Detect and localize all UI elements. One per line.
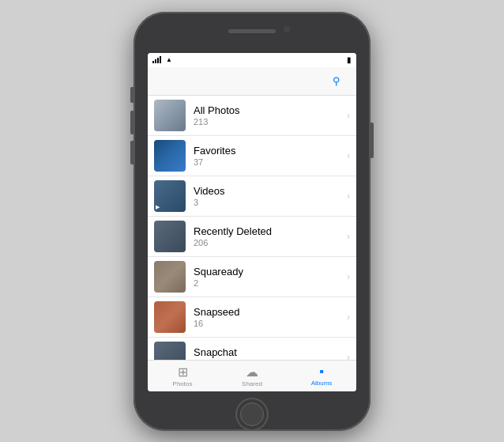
wifi-icon: ▲ [166,56,172,63]
signal-bar-3 [157,58,159,63]
volume-up-button [130,111,134,134]
album-chevron-snapchat: › [347,352,350,360]
album-thumb-favorites [154,140,186,172]
silent-switch [130,87,134,103]
album-thumb-recently-deleted [154,221,186,252]
album-list: All Photos213›Favorites37›▶Videos3›Recen… [148,96,356,360]
signal-bar-4 [160,56,161,63]
album-chevron-snapseed: › [347,312,350,323]
album-info-snapseed: Snapseed16 [194,306,347,328]
tab-albums[interactable]: ▪Albums [287,365,356,387]
album-info-recently-deleted: Recently Deleted206 [194,225,347,247]
album-chevron-favorites: › [347,150,350,161]
video-badge: ▶ [156,204,160,210]
album-name-videos: Videos [194,185,347,197]
status-right: ▮ [345,55,352,64]
album-item-recently-deleted[interactable]: Recently Deleted206› [148,217,356,257]
album-info-favorites: Favorites37 [194,145,347,167]
tab-label-shared: Shared [242,380,262,387]
phone-screen: ▲ ▮ ⚲ All Photos213›Favorites37›▶Videos3… [148,53,356,391]
album-info-all-photos: All Photos213 [194,104,347,127]
tab-icon-albums: ▪ [319,365,324,379]
camera [284,26,290,32]
album-info-squaready: Squaready2 [194,266,347,288]
phone-frame: ▲ ▮ ⚲ All Photos213›Favorites37›▶Videos3… [134,12,370,431]
album-name-snapchat: Snapchat [194,346,347,358]
album-name-squaready: Squaready [194,266,347,278]
tab-photos[interactable]: ⊞Photos [148,365,217,387]
album-thumb-snapseed [154,301,186,333]
tab-icon-shared: ☁ [246,365,258,380]
signal-bar-1 [152,61,154,63]
album-count-videos: 3 [194,198,347,207]
album-count-all-photos: 213 [194,117,347,127]
tab-bar: ⊞Photos☁Shared▪Albums [148,360,356,391]
home-button[interactable] [235,398,269,431]
album-info-videos: Videos3 [194,185,347,207]
album-count-snapseed: 16 [194,319,347,328]
album-thumb-squaready [154,261,186,293]
tab-icon-photos: ⊞ [178,365,188,380]
battery-icon: ▮ [347,55,352,64]
album-item-snapseed[interactable]: Snapseed16› [148,297,356,338]
album-chevron-recently-deleted: › [347,231,350,242]
album-chevron-videos: › [347,191,350,202]
album-item-squaready[interactable]: Squaready2› [148,257,356,297]
signal-bars [152,56,161,63]
album-name-favorites: Favorites [194,145,347,157]
tab-shared[interactable]: ☁Shared [217,365,287,387]
signal-bar-2 [155,59,156,63]
album-name-snapseed: Snapseed [194,306,347,318]
status-bar: ▲ ▮ [148,53,356,67]
album-thumb-all-photos [154,100,186,131]
status-left: ▲ [152,56,172,63]
album-name-all-photos: All Photos [194,104,347,116]
search-button[interactable]: ⚲ [333,75,340,87]
tab-label-photos: Photos [173,380,193,387]
album-info-snapchat: Snapchat2 [194,346,347,360]
tab-label-albums: Albums [311,380,333,387]
album-count-squaready: 2 [194,278,347,288]
album-item-videos[interactable]: ▶Videos3› [148,176,356,217]
album-name-recently-deleted: Recently Deleted [194,225,347,237]
album-count-favorites: 37 [194,157,347,167]
album-thumb-videos: ▶ [154,180,186,212]
album-chevron-squaready: › [347,271,350,282]
album-item-snapchat[interactable]: ▶Snapchat2› [148,338,356,360]
album-thumb-snapchat: ▶ [154,342,186,360]
volume-down-button [130,141,134,164]
power-button [370,123,374,158]
album-item-favorites[interactable]: Favorites37› [148,136,356,176]
speaker [228,29,276,33]
home-button-inner [240,402,264,426]
nav-actions: ⚲ [333,75,348,87]
album-item-all-photos[interactable]: All Photos213› [148,96,356,136]
nav-bar: ⚲ [148,67,356,96]
album-chevron-all-photos: › [347,110,350,121]
album-count-recently-deleted: 206 [194,238,347,247]
